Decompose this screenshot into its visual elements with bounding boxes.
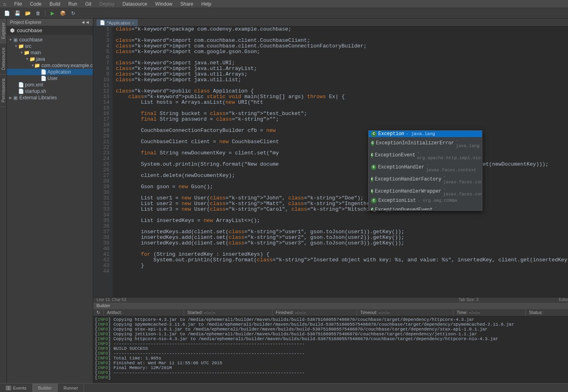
bottom-tab-builder[interactable]: Builder: [33, 384, 58, 392]
autocomplete-item[interactable]: CExceptionQueuedEvent- javax.faces.event: [369, 204, 482, 211]
editor-tabs: 📄 *Application ×: [93, 18, 568, 27]
builder-bar: ↻ Artifact: Started: --:--:--Finished: -…: [93, 309, 568, 316]
side-tab-datasource[interactable]: Datasource: [0, 43, 6, 74]
refresh-icon[interactable]: ↻: [69, 9, 78, 17]
project-icon: ⬢: [10, 27, 14, 33]
menu-window[interactable]: Window: [151, 1, 176, 7]
editor-tab-application[interactable]: 📄 *Application ×: [96, 19, 138, 26]
builder-col: Time: --:--:--: [453, 309, 526, 316]
class-icon: C: [371, 198, 377, 203]
class-icon: C: [371, 164, 376, 170]
tree-pkg[interactable]: ▼📁com.codenvy.example.co: [7, 62, 93, 69]
toolbar: 📄 💾 📂 🗑 ▶ 📦 ↻: [0, 8, 568, 18]
gutter: 123▼4567▼89101112▼13▼1415161718192021222…: [93, 27, 113, 297]
class-icon: C: [371, 207, 373, 211]
class-icon: C: [371, 140, 374, 146]
class-icon: C: [371, 131, 377, 137]
autocomplete-item[interactable]: CExceptionInInitializerError- java.lang: [369, 137, 482, 149]
console-output[interactable]: [INFO] Copying httpcore-4.3.jar to /medi…: [93, 316, 568, 383]
side-tab-permissions[interactable]: Permissions: [0, 74, 6, 107]
tree-java[interactable]: ▼📁java: [7, 56, 93, 62]
menubar: ⌂ File Code Build Run Git Deploy Datasou…: [0, 0, 568, 8]
menu-build[interactable]: Build: [45, 1, 64, 7]
tree-user[interactable]: 📄User: [7, 75, 93, 82]
class-icon: C: [371, 152, 373, 158]
new-file-icon[interactable]: 📄: [2, 9, 11, 17]
open-icon[interactable]: 📂: [23, 9, 32, 17]
tree-extlib[interactable]: ▶▣External Libraries: [7, 94, 93, 101]
autocomplete-item[interactable]: CExceptionEvent- org.apache.http.impl.ni…: [369, 149, 482, 161]
tree-application[interactable]: 📄Application: [7, 69, 93, 75]
menu-share[interactable]: Share: [176, 1, 197, 7]
autocomplete-popup: CException- java.langCExceptionInInitial…: [368, 130, 482, 211]
bottom-tab-events[interactable]: 1Events: [0, 384, 33, 392]
builder-header: Builder: [93, 303, 568, 309]
autocomplete-item[interactable]: CExceptionHandlerFactory- javax.faces.co…: [369, 173, 482, 185]
refresh-icon[interactable]: ↻: [93, 309, 104, 316]
tree-src[interactable]: ▼📁src: [7, 43, 93, 49]
editor-status: Line 13, Char 53 Tab Size: 3 Editor: Cod…: [93, 297, 568, 303]
build-icon[interactable]: 📦: [58, 9, 67, 17]
menu-file[interactable]: File: [10, 1, 26, 7]
panel-header: Project Explorer ◄◄: [7, 18, 93, 26]
left-sidebar-tabs: Explorer Datasource Permissions: [0, 18, 7, 383]
class-icon: C: [371, 177, 373, 182]
editor-name: Editor: CodeMirror: [559, 298, 568, 303]
menu-help[interactable]: Help: [197, 1, 215, 7]
collapse-icon[interactable]: ◄◄: [81, 20, 90, 25]
class-icon: C: [371, 189, 373, 194]
tab-size: Tab Size: 3: [459, 298, 478, 303]
builder-col: Finished: --:--:--: [273, 309, 357, 316]
tree-startup[interactable]: 📄startup.sh: [7, 88, 93, 94]
builder-title: Builder: [96, 303, 110, 308]
save-icon[interactable]: 💾: [13, 9, 22, 17]
tree: ▼▣couchbase ▼📁src ▼📁main ▼📁java ▼📁com.co…: [7, 35, 93, 383]
autocomplete-item[interactable]: CExceptionHandlerWrapper- javax.faces.co…: [369, 185, 482, 197]
run-icon[interactable]: ▶: [48, 9, 57, 17]
close-icon[interactable]: ×: [132, 21, 134, 25]
project-panel: Project Explorer ◄◄ ⬢ couchbase ▼▣couchb…: [7, 18, 93, 383]
editor-area: 📄 *Application × 123▼4567▼89101112▼13▼14…: [93, 18, 568, 383]
tab-label: *Application: [107, 21, 130, 25]
bottom-tabs: 1EventsBuilderRunner: [0, 383, 568, 392]
menu-run[interactable]: Run: [64, 1, 81, 7]
cursor-position: Line 13, Char 53: [96, 298, 126, 303]
code-lines[interactable]: class="k-keyword">package com.codenvy.ex…: [113, 27, 568, 297]
autocomplete-item[interactable]: CExceptionHandler- javax.faces.context: [369, 161, 482, 173]
separator: [45, 10, 45, 16]
delete-icon[interactable]: 🗑: [34, 9, 43, 17]
menu-git[interactable]: Git: [81, 1, 95, 7]
file-icon: 📄: [100, 20, 105, 25]
builder-col: Status:: [526, 309, 568, 316]
menu-code[interactable]: Code: [26, 1, 46, 7]
code-editor[interactable]: 123▼4567▼89101112▼13▼1415161718192021222…: [93, 27, 568, 297]
menu-deploy[interactable]: Deploy: [95, 1, 118, 7]
tree-root[interactable]: ▼▣couchbase: [7, 37, 93, 43]
autocomplete-item[interactable]: CExceptionList- org.omg.CORBA: [369, 197, 482, 204]
tree-pom[interactable]: 📄pom.xml: [7, 82, 93, 88]
bottom-tab-runner[interactable]: Runner: [58, 384, 84, 392]
side-tab-explorer[interactable]: Explorer: [0, 18, 6, 43]
builder-col: Started: --:--:--: [184, 309, 273, 316]
bottom-pane: Builder ↻ Artifact: Started: --:--:--Fin…: [93, 303, 568, 383]
autocomplete-item[interactable]: CException- java.lang: [369, 131, 482, 137]
panel-title: Project Explorer: [10, 20, 41, 25]
project-name: couchbase: [17, 27, 42, 33]
tree-main[interactable]: ▼📁main: [7, 49, 93, 56]
app-logo: ⌂: [3, 1, 10, 7]
builder-col: Artifact:: [104, 309, 184, 316]
menu-datasource[interactable]: Datasource: [119, 1, 151, 7]
project-title[interactable]: ⬢ couchbase: [7, 26, 93, 35]
builder-col: Timeout: --:--:--: [357, 309, 453, 316]
